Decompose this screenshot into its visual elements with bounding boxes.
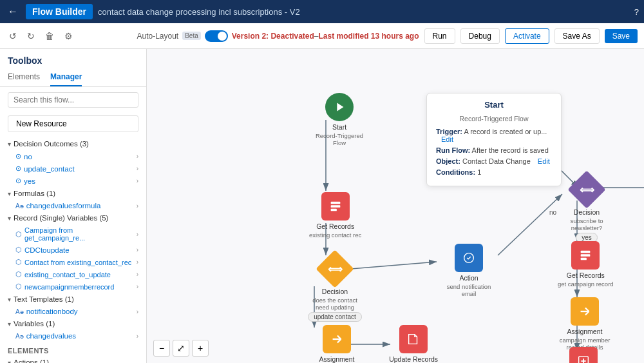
chevron-right-icon: › (137, 177, 138, 184)
chevron-right-icon: › (137, 246, 138, 253)
list-item[interactable]: ⬡ CDCtoupdate › (0, 244, 146, 256)
formula-icon: Aə (15, 202, 24, 210)
svg-line-14 (498, 194, 562, 255)
chevron-right-icon: › (137, 165, 138, 172)
search-wrap (0, 87, 146, 113)
popup-conditions: Conditions: 1 (436, 168, 552, 176)
node-assignment-1[interactable]: Assignment existing contact assignment (308, 325, 366, 363)
chevron-right-icon: › (137, 271, 138, 278)
activate-button[interactable]: Activate (505, 28, 549, 44)
variable-icon: ⊙ (15, 164, 21, 173)
delete-button[interactable]: 🗑 (43, 31, 57, 41)
debug-button[interactable]: Debug (460, 28, 500, 44)
chevron-right-icon: › (137, 333, 138, 340)
node-create-records[interactable]: Create Records create campaign member re… (554, 347, 612, 363)
list-item[interactable]: Aə changedvaluesformula › (0, 200, 146, 211)
toolbar: ↺ ↻ 🗑 ⚙ Auto-Layout Beta Version 2: Deac… (0, 23, 644, 49)
undo-button[interactable]: ↺ (6, 31, 19, 41)
node-assignment-2[interactable]: Assignment campaign member record detail… (556, 297, 614, 351)
decision-2-diamond: ⟺ (570, 173, 603, 206)
svg-rect-25 (581, 258, 587, 260)
new-resource-button[interactable]: New Resource (8, 115, 138, 132)
save-as-button[interactable]: Save As (554, 28, 600, 44)
chevron-down-icon: ▾ (8, 190, 11, 197)
popup-title: Start (436, 100, 552, 110)
record-icon: ⬡ (15, 258, 22, 266)
node-decision-2[interactable]: ⟺ Decision subscribe to newsletter? yes (558, 173, 616, 242)
decision-2-label: Decision (574, 208, 600, 217)
list-item[interactable]: ⬡ newcampaignmemberrecord › (0, 280, 146, 293)
chevron-right-icon: › (137, 153, 138, 160)
template-icon: Aə (15, 308, 24, 315)
redo-button[interactable]: ↻ (24, 31, 37, 41)
section-formulas[interactable]: ▾ Formulas (1) (0, 187, 146, 200)
list-item[interactable]: ⊙ no › (0, 150, 146, 162)
node-action-1[interactable]: Action send notification email (440, 244, 498, 297)
assignment-2-label: Assignment (567, 328, 603, 337)
node-update-records-1[interactable]: Update Records update contact rec (388, 325, 439, 363)
tab-manager[interactable]: Manager (50, 68, 82, 86)
decision-1-sublabel: does the contact need updating (306, 297, 364, 311)
popup-object: Object: Contact Data Change Edit (436, 157, 552, 165)
node-start[interactable]: Start Record-Triggered Flow (310, 93, 368, 146)
list-item[interactable]: ⬡ existing_contact_to_update › (0, 268, 146, 280)
section-text-templates[interactable]: ▾ Text Templates (1) (0, 293, 146, 306)
chevron-down-icon: ▾ (8, 215, 11, 222)
get-records-2-icon (571, 241, 600, 270)
create-records-icon (569, 347, 598, 363)
save-button[interactable]: Save (605, 29, 638, 43)
node-get-records-2[interactable]: Get Records get campaign record (558, 241, 614, 288)
variable-icon: ⊙ (15, 152, 21, 161)
no-label: no (549, 209, 556, 216)
section-decision-outcomes[interactable]: ▾ Decision Outcomes (3) (0, 137, 146, 150)
node-start-label: Start (332, 123, 346, 132)
svg-rect-17 (330, 205, 340, 208)
list-item[interactable]: ⊙ yes › (0, 175, 146, 187)
chevron-right-icon: › (137, 231, 138, 238)
assignment-2-icon (571, 297, 599, 326)
get-records-1-label: Get Records (316, 222, 354, 231)
section-record-variables[interactable]: ▾ Record (Single) Variables (5) (0, 211, 146, 224)
section-actions[interactable]: ▾ Actions (1) (0, 356, 146, 363)
action-1-sublabel: send notification email (440, 283, 498, 298)
start-node-circle (325, 93, 354, 121)
list-item[interactable]: Aə notificationbody › (0, 306, 146, 317)
start-popup: Start Record-Triggered Flow Trigger: A r… (426, 93, 562, 186)
update-records-1-label: Update Records (389, 355, 438, 363)
action-1-label: Action (459, 274, 478, 283)
list-item[interactable]: ⊙ update_contact › (0, 162, 146, 175)
decision-1-diamond: ⟺ (318, 252, 352, 286)
run-button[interactable]: Run (424, 28, 455, 44)
record-icon: ⬡ (15, 282, 22, 291)
svg-rect-23 (581, 251, 591, 253)
tab-elements[interactable]: Elements (8, 68, 40, 86)
auto-layout-label: Auto-Layout (137, 32, 178, 41)
list-item[interactable]: Aə changedvalues › (0, 330, 146, 342)
help-button[interactable]: ? (634, 7, 639, 17)
record-icon: ⬡ (15, 246, 22, 254)
canvas-controls: − ⤢ + (153, 340, 209, 357)
assignment-1-label: Assignment (319, 355, 355, 363)
zoom-out-button[interactable]: − (153, 340, 170, 357)
auto-layout-toggle[interactable] (205, 30, 228, 42)
get-records-1-icon (321, 192, 350, 221)
node-decision-1[interactable]: ⟺ Decision does the contact need updatin… (306, 252, 364, 322)
toolbox-title: Toolbox (0, 49, 146, 68)
sidebar: Toolbox Elements Manager New Resource ▾ … (0, 49, 147, 363)
popup-trigger-edit[interactable]: Edit (441, 135, 453, 143)
get-records-1-sublabel: existing contact rec (309, 231, 361, 239)
search-input[interactable] (8, 92, 138, 108)
popup-object-edit[interactable]: Edit (538, 157, 550, 165)
settings-button[interactable]: ⚙ (62, 31, 75, 41)
action-1-icon (455, 244, 483, 272)
list-item[interactable]: ⬡ Contact from existing_contact_rec › (0, 256, 146, 268)
section-variables[interactable]: ▾ Variables (1) (0, 317, 146, 330)
zoom-in-button[interactable]: + (192, 340, 209, 357)
zoom-fit-button[interactable]: ⤢ (173, 340, 189, 357)
list-item[interactable]: ⬡ Campaign from get_campaign_re... › (0, 224, 146, 244)
back-button[interactable]: ← (5, 6, 21, 17)
node-get-records-1[interactable]: Get Records existing contact rec (309, 192, 361, 239)
topbar: ← Flow Builder contact data change proce… (0, 0, 644, 23)
variable-icon: Aə (15, 333, 24, 340)
chevron-right-icon: › (137, 283, 138, 290)
